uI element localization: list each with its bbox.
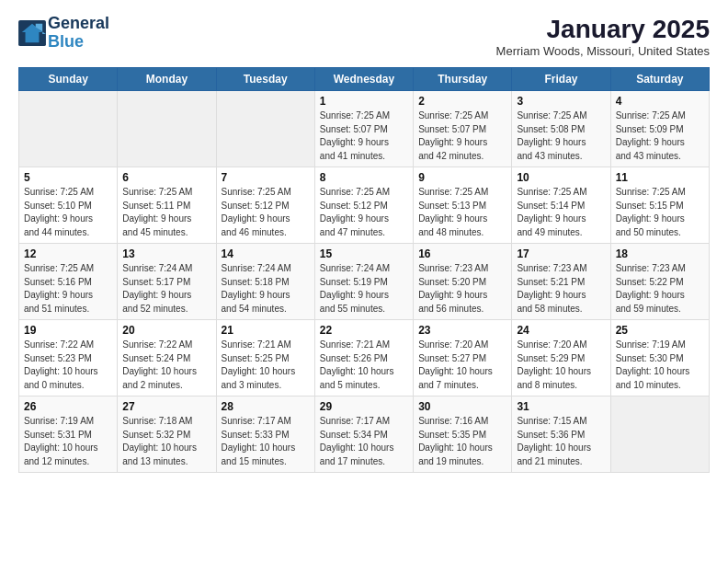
calendar-cell: 24Sunrise: 7:20 AM Sunset: 5:29 PM Dayli… [512,320,610,396]
day-info: Sunrise: 7:18 AM Sunset: 5:32 PM Dayligh… [122,415,210,468]
title-block: January 2025 Merriam Woods, Missouri, Un… [496,15,710,58]
calendar-cell: 30Sunrise: 7:16 AM Sunset: 5:35 PM Dayli… [414,396,512,473]
calendar-title: January 2025 [496,15,710,44]
weekday-header: Wednesday [314,68,413,91]
day-info: Sunrise: 7:23 AM Sunset: 5:20 PM Dayligh… [418,262,506,316]
calendar-cell [118,91,216,167]
calendar-cell: 14Sunrise: 7:24 AM Sunset: 5:18 PM Dayli… [216,244,314,320]
day-number: 25 [616,324,704,337]
day-info: Sunrise: 7:25 AM Sunset: 5:15 PM Dayligh… [616,186,704,239]
calendar-subtitle: Merriam Woods, Missouri, United States [496,44,710,58]
calendar-cell: 29Sunrise: 7:17 AM Sunset: 5:34 PM Dayli… [314,396,413,473]
day-info: Sunrise: 7:19 AM Sunset: 5:30 PM Dayligh… [616,339,704,392]
day-number: 13 [122,247,210,260]
day-number: 6 [122,171,210,184]
day-info: Sunrise: 7:19 AM Sunset: 5:31 PM Dayligh… [24,415,112,468]
day-number: 10 [517,171,605,184]
calendar-cell: 3Sunrise: 7:25 AM Sunset: 5:08 PM Daylig… [512,91,610,167]
calendar-cell: 25Sunrise: 7:19 AM Sunset: 5:30 PM Dayli… [610,320,709,396]
day-info: Sunrise: 7:17 AM Sunset: 5:33 PM Dayligh… [222,415,310,468]
calendar-cell [19,91,118,167]
day-info: Sunrise: 7:25 AM Sunset: 5:10 PM Dayligh… [24,186,112,239]
calendar-cell: 5Sunrise: 7:25 AM Sunset: 5:10 PM Daylig… [19,167,118,244]
calendar-cell: 8Sunrise: 7:25 AM Sunset: 5:12 PM Daylig… [314,167,413,244]
day-number: 24 [517,324,605,337]
day-number: 7 [222,171,310,184]
weekday-header: Saturday [610,68,709,91]
calendar-cell: 20Sunrise: 7:22 AM Sunset: 5:24 PM Dayli… [118,320,216,396]
week-row: 12Sunrise: 7:25 AM Sunset: 5:16 PM Dayli… [19,244,710,320]
day-info: Sunrise: 7:20 AM Sunset: 5:29 PM Dayligh… [517,339,605,392]
header: General Blue January 2025 Merriam Woods,… [18,15,710,58]
day-number: 17 [517,247,605,260]
day-info: Sunrise: 7:20 AM Sunset: 5:27 PM Dayligh… [418,339,506,392]
day-number: 2 [418,95,506,108]
day-info: Sunrise: 7:23 AM Sunset: 5:21 PM Dayligh… [517,262,605,316]
calendar-cell: 15Sunrise: 7:24 AM Sunset: 5:19 PM Dayli… [314,244,413,320]
day-number: 22 [320,324,408,337]
day-number: 3 [517,95,605,108]
day-info: Sunrise: 7:25 AM Sunset: 5:12 PM Dayligh… [222,186,310,239]
logo: General Blue [18,15,109,52]
day-info: Sunrise: 7:17 AM Sunset: 5:34 PM Dayligh… [320,415,408,468]
weekday-header: Tuesday [216,68,314,91]
day-number: 29 [320,400,408,413]
calendar-body: 1Sunrise: 7:25 AM Sunset: 5:07 PM Daylig… [19,91,710,473]
calendar-cell: 27Sunrise: 7:18 AM Sunset: 5:32 PM Dayli… [118,396,216,473]
day-info: Sunrise: 7:24 AM Sunset: 5:19 PM Dayligh… [320,262,408,316]
calendar-cell: 22Sunrise: 7:21 AM Sunset: 5:26 PM Dayli… [314,320,413,396]
day-number: 31 [517,400,605,413]
weekday-header: Sunday [19,68,118,91]
day-info: Sunrise: 7:24 AM Sunset: 5:17 PM Dayligh… [122,262,210,316]
day-info: Sunrise: 7:21 AM Sunset: 5:25 PM Dayligh… [222,339,310,392]
calendar-cell: 9Sunrise: 7:25 AM Sunset: 5:13 PM Daylig… [414,167,512,244]
day-number: 14 [222,247,310,260]
day-number: 28 [222,400,310,413]
calendar-cell: 21Sunrise: 7:21 AM Sunset: 5:25 PM Dayli… [216,320,314,396]
calendar-cell: 10Sunrise: 7:25 AM Sunset: 5:14 PM Dayli… [512,167,610,244]
day-info: Sunrise: 7:25 AM Sunset: 5:09 PM Dayligh… [616,109,704,163]
calendar-header: SundayMondayTuesdayWednesdayThursdayFrid… [19,68,710,91]
day-number: 9 [418,171,506,184]
week-row: 26Sunrise: 7:19 AM Sunset: 5:31 PM Dayli… [19,396,710,473]
day-number: 20 [122,324,210,337]
page: General Blue January 2025 Merriam Woods,… [0,0,728,482]
day-info: Sunrise: 7:25 AM Sunset: 5:11 PM Dayligh… [122,186,210,239]
logo-text: General Blue [48,15,109,52]
calendar-cell: 31Sunrise: 7:15 AM Sunset: 5:36 PM Dayli… [512,396,610,473]
day-info: Sunrise: 7:25 AM Sunset: 5:13 PM Dayligh… [418,186,506,239]
day-number: 1 [320,95,408,108]
calendar-cell [610,396,709,473]
day-number: 26 [24,400,112,413]
calendar-cell: 12Sunrise: 7:25 AM Sunset: 5:16 PM Dayli… [19,244,118,320]
day-info: Sunrise: 7:23 AM Sunset: 5:22 PM Dayligh… [616,262,704,316]
calendar-cell [216,91,314,167]
calendar-cell: 16Sunrise: 7:23 AM Sunset: 5:20 PM Dayli… [414,244,512,320]
calendar-cell: 28Sunrise: 7:17 AM Sunset: 5:33 PM Dayli… [216,396,314,473]
logo-icon [18,20,46,46]
day-info: Sunrise: 7:22 AM Sunset: 5:24 PM Dayligh… [122,339,210,392]
calendar-cell: 13Sunrise: 7:24 AM Sunset: 5:17 PM Dayli… [118,244,216,320]
calendar-cell: 1Sunrise: 7:25 AM Sunset: 5:07 PM Daylig… [314,91,413,167]
day-number: 11 [616,171,704,184]
day-info: Sunrise: 7:25 AM Sunset: 5:14 PM Dayligh… [517,186,605,239]
day-info: Sunrise: 7:22 AM Sunset: 5:23 PM Dayligh… [24,339,112,392]
weekday-header: Monday [118,68,216,91]
day-info: Sunrise: 7:25 AM Sunset: 5:08 PM Dayligh… [517,109,605,163]
calendar-cell: 18Sunrise: 7:23 AM Sunset: 5:22 PM Dayli… [610,244,709,320]
day-info: Sunrise: 7:16 AM Sunset: 5:35 PM Dayligh… [418,415,506,468]
calendar-cell: 6Sunrise: 7:25 AM Sunset: 5:11 PM Daylig… [118,167,216,244]
calendar-cell: 23Sunrise: 7:20 AM Sunset: 5:27 PM Dayli… [414,320,512,396]
calendar-cell: 7Sunrise: 7:25 AM Sunset: 5:12 PM Daylig… [216,167,314,244]
day-number: 15 [320,247,408,260]
day-number: 12 [24,247,112,260]
day-number: 4 [616,95,704,108]
day-info: Sunrise: 7:21 AM Sunset: 5:26 PM Dayligh… [320,339,408,392]
day-number: 30 [418,400,506,413]
week-row: 19Sunrise: 7:22 AM Sunset: 5:23 PM Dayli… [19,320,710,396]
day-number: 23 [418,324,506,337]
weekday-header: Friday [512,68,610,91]
calendar-cell: 2Sunrise: 7:25 AM Sunset: 5:07 PM Daylig… [414,91,512,167]
day-info: Sunrise: 7:25 AM Sunset: 5:07 PM Dayligh… [320,109,408,163]
day-info: Sunrise: 7:25 AM Sunset: 5:12 PM Dayligh… [320,186,408,239]
